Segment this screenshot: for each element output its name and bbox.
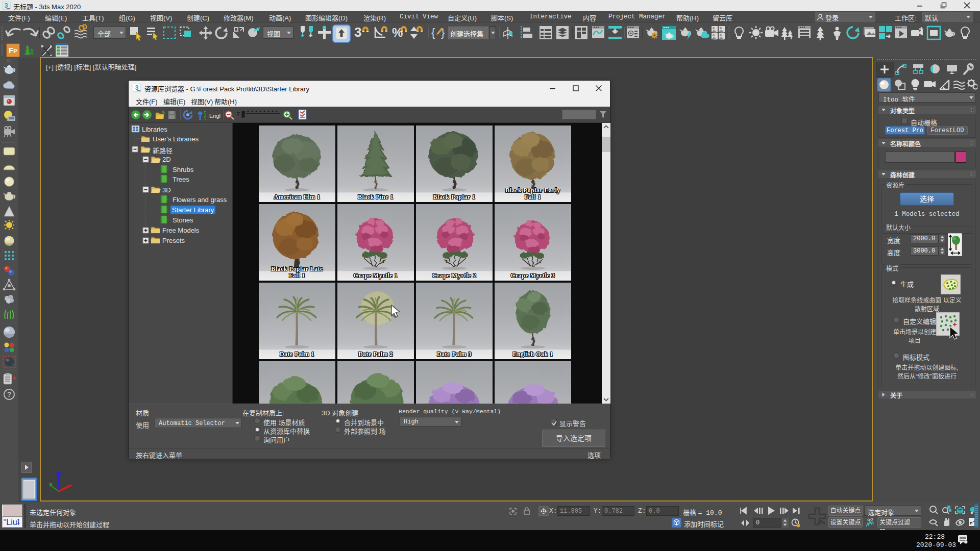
- svg-text:Engl: Engl: [209, 113, 220, 119]
- svg-text:3: 3: [354, 24, 361, 40]
- svg-text:{: {: [431, 26, 435, 39]
- svg-text:?: ?: [7, 390, 12, 398]
- svg-text:3: 3: [135, 84, 139, 91]
- svg-text:3: 3: [5, 2, 8, 9]
